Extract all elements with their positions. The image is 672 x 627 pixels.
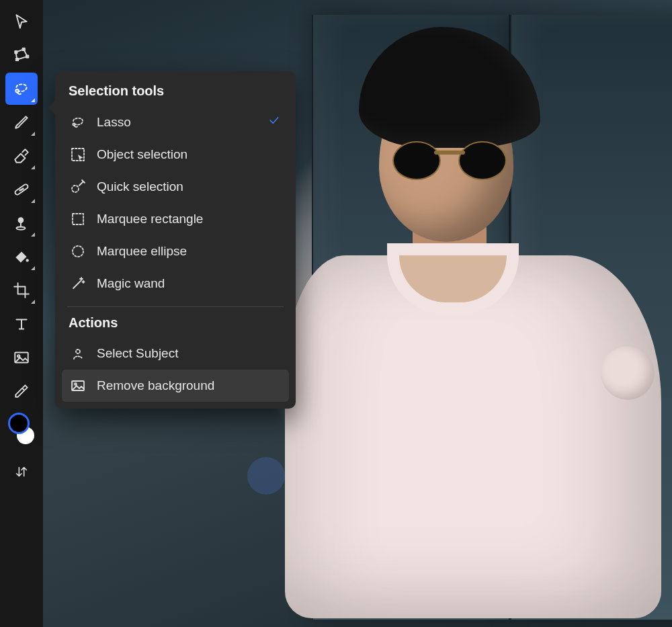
- eyedropper-tool[interactable]: [5, 375, 38, 407]
- flyout-divider: [67, 306, 284, 307]
- lasso-icon: [13, 80, 30, 97]
- marquee-ellipse-icon: [70, 243, 86, 259]
- swap-colors-button[interactable]: [5, 458, 38, 485]
- brush-tool[interactable]: [5, 106, 38, 138]
- swap-icon: [14, 464, 29, 479]
- svg-point-6: [19, 190, 20, 190]
- check-icon: [267, 114, 281, 130]
- photo-subject: [265, 27, 672, 618]
- cursor-icon: [13, 13, 30, 30]
- eraser-icon: [13, 147, 30, 165]
- svg-point-7: [21, 189, 22, 190]
- svg-point-8: [23, 188, 24, 189]
- app-root: Selection tools Lasso Object selection Q…: [0, 0, 672, 627]
- flyout-item-label: Lasso: [97, 115, 257, 130]
- transform-tool[interactable]: [5, 39, 38, 71]
- svg-point-16: [72, 185, 79, 192]
- image-icon: [13, 349, 30, 366]
- select-subject-icon: [70, 345, 86, 362]
- svg-point-13: [17, 355, 19, 357]
- color-swatches[interactable]: [5, 413, 38, 453]
- move-tool[interactable]: [5, 5, 38, 38]
- touch-cursor-indicator: [247, 457, 285, 495]
- type-icon: [13, 315, 30, 333]
- healing-tool[interactable]: [5, 173, 38, 206]
- crop-tool[interactable]: [5, 274, 38, 306]
- flyout-item-magic-wand[interactable]: Magic wand: [62, 267, 289, 300]
- fill-tool[interactable]: [5, 241, 38, 273]
- selection-tools-flyout: Selection tools Lasso Object selection Q…: [55, 71, 296, 409]
- marquee-rect-icon: [70, 211, 86, 227]
- flyout-item-object-selection[interactable]: Object selection: [62, 138, 289, 171]
- flyout-item-marquee-rectangle[interactable]: Marquee rectangle: [62, 203, 289, 235]
- bucket-icon: [13, 248, 30, 265]
- flyout-item-label: Object selection: [97, 147, 281, 162]
- clone-stamp-icon: [13, 214, 30, 232]
- object-select-icon: [70, 147, 86, 163]
- magic-wand-icon: [70, 276, 86, 292]
- svg-point-11: [26, 259, 29, 261]
- flyout-item-lasso[interactable]: Lasso: [62, 106, 289, 138]
- svg-point-9: [18, 217, 24, 223]
- svg-point-18: [73, 246, 83, 257]
- svg-rect-17: [73, 214, 83, 224]
- type-tool[interactable]: [5, 308, 38, 340]
- flyout-item-label: Quick selection: [97, 179, 281, 194]
- clone-tool[interactable]: [5, 207, 38, 239]
- flyout-section-title: Actions: [62, 314, 289, 337]
- flyout-action-select-subject[interactable]: Select Subject: [62, 337, 289, 370]
- flyout-item-label: Remove background: [97, 378, 281, 393]
- bandage-icon: [13, 181, 30, 198]
- foreground-color-swatch[interactable]: [8, 413, 30, 434]
- lasso-icon: [70, 114, 86, 130]
- flyout-item-label: Magic wand: [97, 276, 281, 291]
- selection-tool[interactable]: [5, 73, 38, 105]
- flyout-action-remove-background[interactable]: Remove background: [62, 370, 289, 402]
- flyout-item-quick-selection[interactable]: Quick selection: [62, 171, 289, 203]
- transform-icon: [13, 46, 30, 64]
- eyedropper-icon: [13, 382, 30, 400]
- flyout-item-label: Marquee ellipse: [97, 244, 281, 259]
- quick-select-icon: [70, 179, 86, 195]
- flyout-item-label: Marquee rectangle: [97, 212, 281, 226]
- flyout-section-title: Selection tools: [62, 82, 289, 106]
- crop-icon: [13, 282, 30, 299]
- place-image-tool[interactable]: [5, 341, 38, 374]
- flyout-item-marquee-ellipse[interactable]: Marquee ellipse: [62, 235, 289, 267]
- remove-bg-icon: [70, 378, 86, 394]
- svg-point-19: [76, 349, 80, 353]
- tools-toolbar: [0, 0, 43, 627]
- brush-icon: [13, 114, 30, 131]
- svg-point-10: [16, 226, 25, 229]
- flyout-item-label: Select Subject: [97, 346, 281, 361]
- eraser-tool[interactable]: [5, 140, 38, 172]
